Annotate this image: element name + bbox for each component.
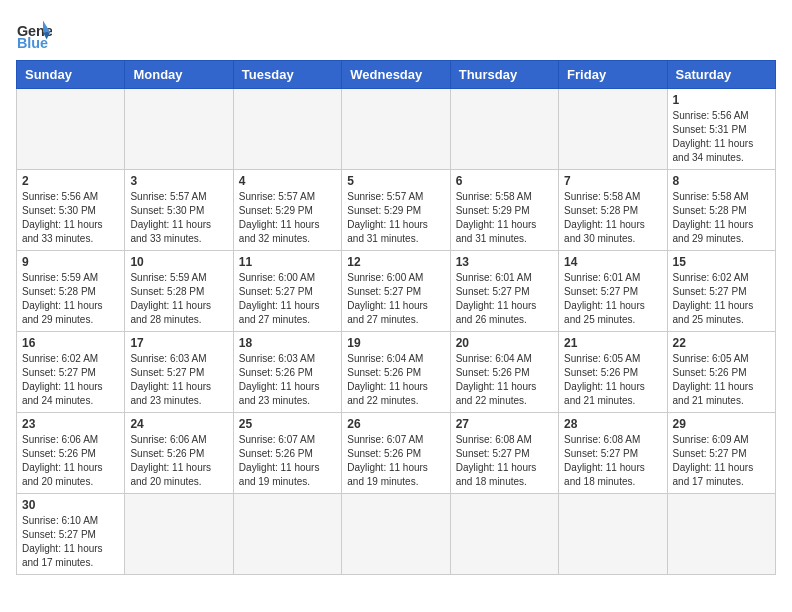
day-cell: 15Sunrise: 6:02 AM Sunset: 5:27 PM Dayli…	[667, 251, 775, 332]
day-info: Sunrise: 6:01 AM Sunset: 5:27 PM Dayligh…	[456, 271, 553, 327]
day-cell	[667, 494, 775, 575]
day-number: 15	[673, 255, 770, 269]
day-cell: 19Sunrise: 6:04 AM Sunset: 5:26 PM Dayli…	[342, 332, 450, 413]
day-number: 6	[456, 174, 553, 188]
day-info: Sunrise: 5:57 AM Sunset: 5:30 PM Dayligh…	[130, 190, 227, 246]
week-row-3: 9Sunrise: 5:59 AM Sunset: 5:28 PM Daylig…	[17, 251, 776, 332]
day-number: 19	[347, 336, 444, 350]
day-cell: 6Sunrise: 5:58 AM Sunset: 5:29 PM Daylig…	[450, 170, 558, 251]
day-number: 17	[130, 336, 227, 350]
day-cell	[450, 89, 558, 170]
day-info: Sunrise: 6:06 AM Sunset: 5:26 PM Dayligh…	[22, 433, 119, 489]
day-number: 14	[564, 255, 661, 269]
day-cell: 11Sunrise: 6:00 AM Sunset: 5:27 PM Dayli…	[233, 251, 341, 332]
day-cell: 23Sunrise: 6:06 AM Sunset: 5:26 PM Dayli…	[17, 413, 125, 494]
day-number: 18	[239, 336, 336, 350]
day-number: 10	[130, 255, 227, 269]
day-number: 29	[673, 417, 770, 431]
weekday-header-monday: Monday	[125, 61, 233, 89]
day-info: Sunrise: 5:57 AM Sunset: 5:29 PM Dayligh…	[239, 190, 336, 246]
day-cell	[125, 89, 233, 170]
day-cell: 4Sunrise: 5:57 AM Sunset: 5:29 PM Daylig…	[233, 170, 341, 251]
day-info: Sunrise: 6:00 AM Sunset: 5:27 PM Dayligh…	[239, 271, 336, 327]
day-number: 12	[347, 255, 444, 269]
day-cell: 16Sunrise: 6:02 AM Sunset: 5:27 PM Dayli…	[17, 332, 125, 413]
day-cell: 27Sunrise: 6:08 AM Sunset: 5:27 PM Dayli…	[450, 413, 558, 494]
calendar-body: 1Sunrise: 5:56 AM Sunset: 5:31 PM Daylig…	[17, 89, 776, 575]
day-cell: 30Sunrise: 6:10 AM Sunset: 5:27 PM Dayli…	[17, 494, 125, 575]
day-number: 22	[673, 336, 770, 350]
day-info: Sunrise: 5:58 AM Sunset: 5:28 PM Dayligh…	[564, 190, 661, 246]
day-cell: 10Sunrise: 5:59 AM Sunset: 5:28 PM Dayli…	[125, 251, 233, 332]
day-cell: 26Sunrise: 6:07 AM Sunset: 5:26 PM Dayli…	[342, 413, 450, 494]
day-cell: 14Sunrise: 6:01 AM Sunset: 5:27 PM Dayli…	[559, 251, 667, 332]
day-cell: 22Sunrise: 6:05 AM Sunset: 5:26 PM Dayli…	[667, 332, 775, 413]
day-number: 8	[673, 174, 770, 188]
day-cell: 12Sunrise: 6:00 AM Sunset: 5:27 PM Dayli…	[342, 251, 450, 332]
day-info: Sunrise: 6:05 AM Sunset: 5:26 PM Dayligh…	[673, 352, 770, 408]
day-cell	[233, 89, 341, 170]
day-info: Sunrise: 5:59 AM Sunset: 5:28 PM Dayligh…	[130, 271, 227, 327]
day-info: Sunrise: 6:03 AM Sunset: 5:27 PM Dayligh…	[130, 352, 227, 408]
day-info: Sunrise: 6:02 AM Sunset: 5:27 PM Dayligh…	[22, 352, 119, 408]
day-number: 21	[564, 336, 661, 350]
day-cell: 28Sunrise: 6:08 AM Sunset: 5:27 PM Dayli…	[559, 413, 667, 494]
weekday-header-thursday: Thursday	[450, 61, 558, 89]
day-info: Sunrise: 6:10 AM Sunset: 5:27 PM Dayligh…	[22, 514, 119, 570]
header: General Blue	[16, 16, 776, 52]
day-cell: 29Sunrise: 6:09 AM Sunset: 5:27 PM Dayli…	[667, 413, 775, 494]
day-cell: 13Sunrise: 6:01 AM Sunset: 5:27 PM Dayli…	[450, 251, 558, 332]
day-number: 2	[22, 174, 119, 188]
day-info: Sunrise: 6:09 AM Sunset: 5:27 PM Dayligh…	[673, 433, 770, 489]
week-row-1: 1Sunrise: 5:56 AM Sunset: 5:31 PM Daylig…	[17, 89, 776, 170]
day-info: Sunrise: 5:58 AM Sunset: 5:29 PM Dayligh…	[456, 190, 553, 246]
day-cell: 25Sunrise: 6:07 AM Sunset: 5:26 PM Dayli…	[233, 413, 341, 494]
day-cell: 2Sunrise: 5:56 AM Sunset: 5:30 PM Daylig…	[17, 170, 125, 251]
day-cell: 17Sunrise: 6:03 AM Sunset: 5:27 PM Dayli…	[125, 332, 233, 413]
day-cell	[125, 494, 233, 575]
day-cell	[559, 494, 667, 575]
day-info: Sunrise: 6:04 AM Sunset: 5:26 PM Dayligh…	[347, 352, 444, 408]
logo-icon: General Blue	[16, 16, 52, 52]
day-cell: 18Sunrise: 6:03 AM Sunset: 5:26 PM Dayli…	[233, 332, 341, 413]
day-number: 27	[456, 417, 553, 431]
weekday-header-wednesday: Wednesday	[342, 61, 450, 89]
week-row-5: 23Sunrise: 6:06 AM Sunset: 5:26 PM Dayli…	[17, 413, 776, 494]
day-cell: 8Sunrise: 5:58 AM Sunset: 5:28 PM Daylig…	[667, 170, 775, 251]
day-info: Sunrise: 6:03 AM Sunset: 5:26 PM Dayligh…	[239, 352, 336, 408]
day-number: 4	[239, 174, 336, 188]
week-row-6: 30Sunrise: 6:10 AM Sunset: 5:27 PM Dayli…	[17, 494, 776, 575]
day-number: 23	[22, 417, 119, 431]
day-number: 28	[564, 417, 661, 431]
day-number: 13	[456, 255, 553, 269]
day-info: Sunrise: 6:08 AM Sunset: 5:27 PM Dayligh…	[564, 433, 661, 489]
weekday-header-saturday: Saturday	[667, 61, 775, 89]
day-number: 20	[456, 336, 553, 350]
day-number: 5	[347, 174, 444, 188]
day-info: Sunrise: 5:59 AM Sunset: 5:28 PM Dayligh…	[22, 271, 119, 327]
day-info: Sunrise: 6:07 AM Sunset: 5:26 PM Dayligh…	[347, 433, 444, 489]
day-info: Sunrise: 6:05 AM Sunset: 5:26 PM Dayligh…	[564, 352, 661, 408]
day-number: 1	[673, 93, 770, 107]
day-info: Sunrise: 5:56 AM Sunset: 5:31 PM Dayligh…	[673, 109, 770, 165]
day-cell: 24Sunrise: 6:06 AM Sunset: 5:26 PM Dayli…	[125, 413, 233, 494]
day-number: 26	[347, 417, 444, 431]
day-cell	[342, 494, 450, 575]
day-cell: 1Sunrise: 5:56 AM Sunset: 5:31 PM Daylig…	[667, 89, 775, 170]
day-cell	[233, 494, 341, 575]
day-info: Sunrise: 5:58 AM Sunset: 5:28 PM Dayligh…	[673, 190, 770, 246]
day-cell	[450, 494, 558, 575]
day-cell	[559, 89, 667, 170]
weekday-header-sunday: Sunday	[17, 61, 125, 89]
day-info: Sunrise: 6:06 AM Sunset: 5:26 PM Dayligh…	[130, 433, 227, 489]
day-info: Sunrise: 5:57 AM Sunset: 5:29 PM Dayligh…	[347, 190, 444, 246]
day-number: 25	[239, 417, 336, 431]
day-number: 7	[564, 174, 661, 188]
day-number: 11	[239, 255, 336, 269]
day-info: Sunrise: 6:02 AM Sunset: 5:27 PM Dayligh…	[673, 271, 770, 327]
day-number: 30	[22, 498, 119, 512]
day-cell: 20Sunrise: 6:04 AM Sunset: 5:26 PM Dayli…	[450, 332, 558, 413]
day-number: 16	[22, 336, 119, 350]
day-number: 3	[130, 174, 227, 188]
day-cell	[17, 89, 125, 170]
